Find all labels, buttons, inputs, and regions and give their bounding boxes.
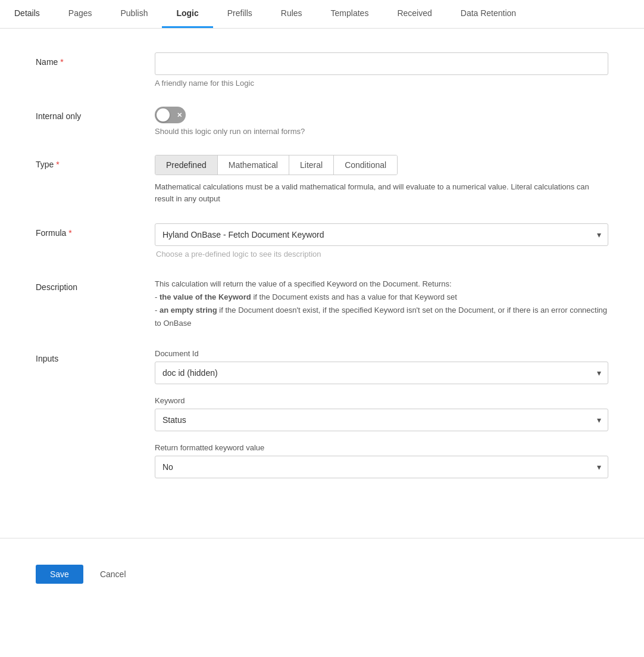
type-buttons-group: Predefined Mathematical Literal Conditio… [155,155,398,175]
nav-tab-details[interactable]: Details [0,0,54,28]
toggle-knob [157,108,170,122]
document-id-select[interactable]: doc id (hidden) [155,362,608,384]
type-control-area: Predefined Mathematical Literal Conditio… [155,155,608,204]
toggle-x-icon: ✕ [177,111,182,119]
desc-line-2: - the value of the Keyword if the Docume… [155,292,457,301]
type-btn-mathematical[interactable]: Mathematical [218,155,289,175]
inputs-group: Document Id doc id (hidden) ▾ Keyword St… [155,349,608,478]
keyword-label: Keyword [155,396,608,405]
inputs-label: Inputs [36,349,155,363]
description-label: Description [36,278,155,292]
formula-row: Formula * Hyland OnBase - Fetch Document… [36,223,608,259]
nav-tab-logic[interactable]: Logic [162,0,212,28]
footer: Save Cancel [0,553,644,596]
description-text: This calculation will return the value o… [155,278,608,330]
formula-control-area: Hyland OnBase - Fetch Document Keyword ▾… [155,223,608,259]
type-row: Type * Predefined Mathematical Literal C… [36,155,608,204]
formula-select[interactable]: Hyland OnBase - Fetch Document Keyword [155,223,608,246]
input-group-keyword: Keyword Status ▾ [155,396,608,431]
document-id-label: Document Id [155,349,608,358]
nav-tab-publish[interactable]: Publish [107,0,162,28]
formula-select-wrap: Hyland OnBase - Fetch Document Keyword ▾ [155,223,608,246]
type-description: Mathematical calculations must be a vali… [155,181,608,204]
type-btn-predefined[interactable]: Predefined [155,155,218,175]
description-row: Description This calculation will return… [36,278,608,330]
nav-tab-data-retention[interactable]: Data Retention [446,0,530,28]
internal-only-row: Internal only ✕ Should this logic only r… [36,107,608,136]
internal-only-helper: Should this logic only run on internal f… [155,127,608,136]
toggle-wrap: ✕ [155,107,608,123]
document-id-select-wrap: doc id (hidden) ▾ [155,362,608,384]
name-control-area: A friendly name for this Logic [155,52,608,88]
keyword-select[interactable]: Status [155,409,608,431]
return-formatted-select-wrap: No Yes ▾ [155,456,608,478]
nav-tab-received[interactable]: Received [383,0,446,28]
formula-helper: Choose a pre-defined logic to see its de… [155,250,608,259]
inputs-row: Inputs Document Id doc id (hidden) ▾ Key… [36,349,608,490]
nav-tab-rules[interactable]: Rules [267,0,317,28]
formula-label: Formula * [36,223,155,238]
name-label: Name * [36,52,155,67]
name-row: Name * A friendly name for this Logic [36,52,608,88]
description-control-area: This calculation will return the value o… [155,278,608,330]
nav-tab-templates[interactable]: Templates [317,0,383,28]
footer-divider [0,538,644,538]
cancel-button[interactable]: Cancel [90,565,136,584]
type-btn-conditional[interactable]: Conditional [334,155,397,175]
main-content: Name * A friendly name for this Logic In… [0,29,644,533]
type-label: Type * [36,155,155,169]
nav-tab-prefills[interactable]: Prefills [213,0,267,28]
nav-tab-pages[interactable]: Pages [54,0,107,28]
nav-tabs: DetailsPagesPublishLogicPrefillsRulesTem… [0,0,644,29]
type-btn-literal[interactable]: Literal [289,155,334,175]
save-button[interactable]: Save [36,565,83,584]
input-group-return-formatted: Return formatted keyword value No Yes ▾ [155,443,608,478]
return-formatted-label: Return formatted keyword value [155,443,608,452]
desc-line-3: - an empty string if the Document doesn'… [155,306,607,328]
input-group-document-id: Document Id doc id (hidden) ▾ [155,349,608,384]
inputs-control-area: Document Id doc id (hidden) ▾ Keyword St… [155,349,608,490]
internal-only-toggle[interactable]: ✕ [155,107,186,123]
desc-line-1: This calculation will return the value o… [155,279,452,288]
return-formatted-select[interactable]: No Yes [155,456,608,478]
internal-only-control-area: ✕ Should this logic only run on internal… [155,107,608,136]
name-input[interactable] [155,52,608,75]
internal-only-label: Internal only [36,107,155,121]
keyword-select-wrap: Status ▾ [155,409,608,431]
name-helper: A friendly name for this Logic [155,79,608,88]
